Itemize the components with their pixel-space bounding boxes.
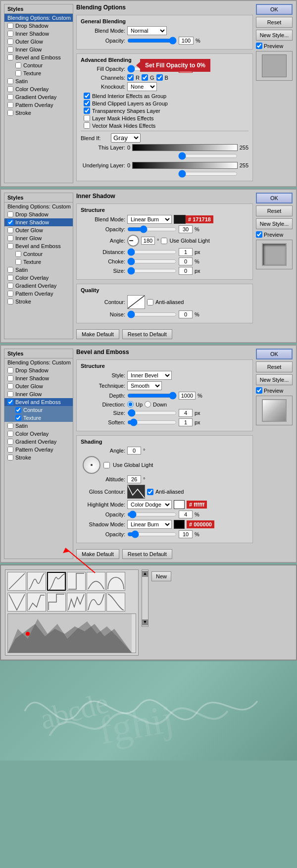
pattern-overlay-check[interactable]	[7, 102, 13, 108]
p3-highlight-mode-select[interactable]: Color Dodge	[127, 500, 172, 509]
p2-noise-input[interactable]	[179, 310, 193, 318]
p3-style-select[interactable]: Inner Bevel	[127, 371, 172, 380]
p3-sidebar-satin[interactable]: Satin	[4, 422, 73, 430]
p3-soften-slider[interactable]	[127, 420, 177, 425]
p2-sidebar-drop-shadow[interactable]: Drop Shadow	[4, 210, 73, 218]
texture-check[interactable]	[15, 70, 21, 76]
p2-bevel-check[interactable]	[7, 243, 13, 249]
p3-satin-check[interactable]	[7, 423, 13, 429]
p3-inner-glow-check[interactable]	[7, 391, 13, 397]
channel-r-check[interactable]	[127, 74, 134, 81]
transparency-shapes-check[interactable]	[84, 107, 90, 114]
gradient-overlay-check[interactable]	[7, 94, 13, 100]
outer-glow-check[interactable]	[7, 39, 13, 45]
scroll-up-btn[interactable]: ▲	[142, 571, 148, 577]
sidebar-item-satin[interactable]: Satin	[4, 77, 73, 85]
p3-stroke-check[interactable]	[7, 455, 13, 460]
p2-sidebar-satin[interactable]: Satin	[4, 266, 73, 274]
p3-sidebar-inner-shadow[interactable]: Inner Shadow	[4, 374, 73, 382]
p2-contour-thumb[interactable]	[127, 295, 145, 309]
p3-drop-shadow-check[interactable]	[7, 367, 13, 373]
p3-highlight-opacity-slider[interactable]	[127, 512, 177, 517]
contour-cell-2[interactable]	[27, 572, 46, 591]
ok-button[interactable]: OK	[256, 4, 293, 15]
p3-sidebar-gradient-overlay[interactable]: Gradient Overlay	[4, 438, 73, 446]
blend-mode-select[interactable]: Normal	[127, 26, 167, 35]
p3-direction-down-radio[interactable]	[145, 401, 151, 408]
p2-new-style-button[interactable]: New Style...	[256, 218, 293, 229]
sidebar-item-stroke[interactable]: Stroke	[4, 109, 73, 117]
p2-sidebar-contour[interactable]: Contour	[4, 250, 73, 258]
p3-bevel-check[interactable]	[7, 399, 13, 405]
p3-new-style-button[interactable]: New Style...	[256, 374, 293, 385]
p2-sidebar-gradient-overlay[interactable]: Gradient Overlay	[4, 282, 73, 290]
new-style-button[interactable]: New Style...	[256, 30, 293, 41]
underlying-slider[interactable]	[178, 170, 238, 178]
p2-inner-shadow-check[interactable]	[7, 219, 13, 225]
p3-highlight-color-swatch[interactable]	[174, 500, 185, 509]
p2-sidebar-inner-shadow[interactable]: Inner Shadow	[4, 218, 73, 226]
p2-angle-input[interactable]	[141, 237, 155, 245]
p3-shadow-opacity-slider[interactable]	[127, 532, 177, 537]
color-overlay-check[interactable]	[7, 86, 13, 92]
p3-preview-check[interactable]	[256, 387, 262, 394]
contour-cell-5[interactable]	[87, 572, 105, 591]
p3-shadow-color-swatch[interactable]	[174, 520, 185, 529]
inner-shadow-check[interactable]	[7, 31, 13, 37]
p3-anti-alias-check[interactable]	[147, 489, 153, 495]
p2-color-swatch[interactable]	[174, 215, 186, 224]
p3-pattern-overlay-check[interactable]	[7, 447, 13, 453]
p3-depth-slider[interactable]	[127, 393, 177, 398]
sidebar-item-blending-options[interactable]: Blending Options: Custom	[4, 14, 73, 22]
p3-gradient-overlay-check[interactable]	[7, 439, 13, 445]
p3-size-slider[interactable]	[127, 410, 177, 415]
p2-ok-button[interactable]: OK	[256, 193, 293, 204]
contour-cell-4[interactable]	[67, 572, 86, 591]
contour-cell-6[interactable]	[106, 572, 125, 591]
preview-check[interactable]	[256, 43, 262, 49]
blend-interior-check[interactable]	[84, 93, 90, 99]
p2-size-input[interactable]	[179, 267, 193, 275]
p3-texture-check[interactable]	[15, 415, 21, 421]
p3-ok-button[interactable]: OK	[256, 349, 293, 359]
p2-choke-slider[interactable]	[127, 259, 177, 264]
p3-gloss-contour-thumb[interactable]	[127, 485, 145, 499]
contour-cell-8[interactable]	[27, 593, 46, 612]
p2-opacity-slider[interactable]	[127, 227, 177, 232]
channel-g-check[interactable]	[142, 74, 148, 81]
p3-sidebar-bevel[interactable]: Bevel and Emboss	[4, 398, 73, 406]
p2-texture-check[interactable]	[15, 259, 21, 265]
p2-angle-dial[interactable]	[127, 235, 139, 247]
contour-cell-11[interactable]	[87, 593, 105, 612]
p3-reset-button[interactable]: Reset	[256, 361, 293, 372]
p2-sidebar-texture[interactable]: Texture	[4, 258, 73, 266]
p2-anti-alias-check[interactable]	[147, 299, 153, 306]
p3-contour-check[interactable]	[15, 407, 21, 413]
channel-b-check[interactable]	[156, 74, 163, 81]
reset-button[interactable]: Reset	[256, 17, 293, 28]
p3-sidebar-texture[interactable]: Texture	[4, 414, 73, 422]
p3-size-input[interactable]	[179, 409, 193, 417]
p2-sidebar-inner-glow[interactable]: Inner Glow	[4, 234, 73, 242]
stroke-check[interactable]	[7, 110, 13, 116]
layer-mask-check[interactable]	[84, 115, 90, 121]
p2-sidebar-blending[interactable]: Blending Options: Custom	[4, 203, 73, 210]
p3-inner-shadow-check[interactable]	[7, 375, 13, 381]
bevel-emboss-check[interactable]	[7, 54, 13, 60]
contour-cell-12[interactable]	[106, 593, 125, 612]
contour-cell-1[interactable]	[7, 572, 26, 591]
p3-sidebar-contour[interactable]: Contour	[4, 406, 73, 414]
p3-direction-up-radio[interactable]	[127, 401, 134, 408]
sidebar-item-gradient-overlay[interactable]: Gradient Overlay	[4, 93, 73, 101]
contour-scrollbar[interactable]: ▲ ▼	[142, 569, 148, 627]
p3-highlight-opacity-input[interactable]	[179, 511, 193, 518]
p2-contour-check[interactable]	[15, 251, 21, 257]
contour-cell-3-selected[interactable]	[47, 572, 66, 591]
sidebar-item-contour[interactable]: Contour	[4, 61, 73, 69]
p3-sidebar-blending[interactable]: Blending Options: Custom	[4, 358, 73, 366]
p3-depth-input[interactable]	[179, 392, 196, 400]
p3-angle-input[interactable]	[127, 447, 141, 455]
p2-distance-slider[interactable]	[127, 250, 177, 255]
p3-shadow-mode-select[interactable]: Linear Burn	[127, 520, 172, 529]
p2-reset-default-button[interactable]: Reset to Default	[122, 329, 172, 339]
